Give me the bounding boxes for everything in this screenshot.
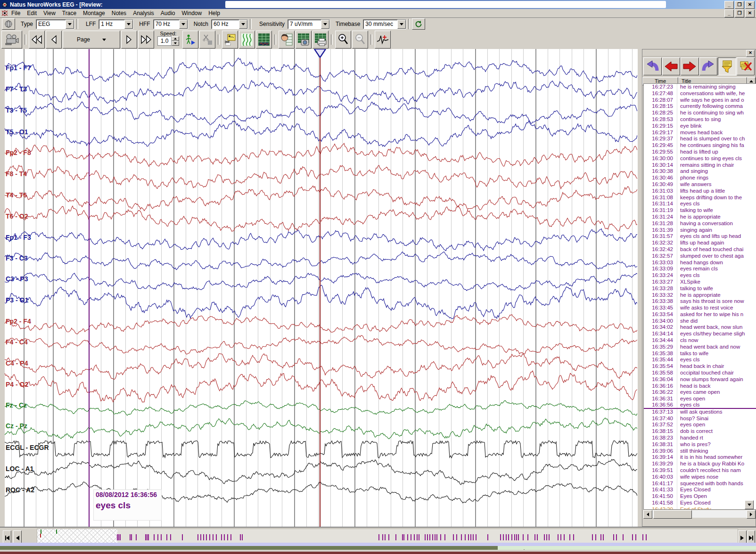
channel-label-T5-O1[interactable]: T5 - O1 <box>6 128 28 136</box>
event-row[interactable]: 16:33:54asked for her to wipe his n <box>644 311 756 318</box>
event-row[interactable]: 16:31:08keeps drifting down to the <box>644 195 756 201</box>
refresh-button[interactable] <box>412 18 425 30</box>
menu-help[interactable]: Help <box>205 9 223 17</box>
panel-grip[interactable]: ✕ <box>642 49 756 57</box>
channel-label-P3-O1[interactable]: P3 - O1 <box>6 296 28 304</box>
filter-events-button[interactable] <box>718 57 736 75</box>
event-row[interactable]: 16:39:06still thinking <box>644 448 756 455</box>
montage-button[interactable] <box>256 31 272 49</box>
menu-audio[interactable]: Audio <box>157 9 179 17</box>
event-row[interactable]: 16:28:07wife says he goes in and o <box>644 97 756 104</box>
speed-input[interactable]: 1.0 <box>157 36 172 46</box>
channel-label-T4-T6[interactable]: T4 - T6 <box>6 191 27 199</box>
traces-view-button[interactable] <box>239 31 255 49</box>
event-row[interactable]: 16:31:03lifts head up a little <box>644 188 756 195</box>
chevron-down-icon[interactable] <box>239 20 247 29</box>
event-row[interactable]: 16:33:28talking to wife <box>644 285 756 292</box>
channel-label-ROC-A2[interactable]: ROC - A2 <box>6 486 34 494</box>
event-row[interactable]: 16:35:29head went back and now <box>644 344 756 350</box>
event-row[interactable]: 16:35:54head back in chair <box>644 363 756 370</box>
goto-next-selected-button[interactable] <box>699 57 718 75</box>
chevron-down-icon[interactable] <box>124 20 133 29</box>
menu-view[interactable]: View <box>40 9 59 17</box>
event-row[interactable]: 16:36:31eyes open <box>644 396 756 402</box>
event-row[interactable]: 16:37:40hosp? Sinai <box>644 416 756 422</box>
channel-label-F7-T3[interactable]: F7 - T3 <box>6 85 27 93</box>
event-row[interactable]: 16:31:19talking to wife <box>644 207 756 214</box>
event-row[interactable]: 16:33:32he is appropriate <box>644 292 756 299</box>
timebase-combobox[interactable]: 30 mm/sec <box>363 19 406 29</box>
event-row[interactable]: 16:33:38says his throat is sore now <box>644 298 756 305</box>
event-row[interactable]: 16:39:51couldn't recollect his nam <box>644 467 756 474</box>
delete-events-button[interactable] <box>737 57 755 75</box>
event-row[interactable]: 16:33:24eyes cls <box>644 272 756 279</box>
video-button[interactable] <box>1 31 22 49</box>
snapshot-button[interactable] <box>296 31 312 49</box>
channel-label-Fz-Cz[interactable]: Fz - Cz <box>6 401 27 409</box>
channel-label-T3-T5[interactable]: T3 - T5 <box>6 106 27 114</box>
sync-clock-button[interactable] <box>2 18 15 30</box>
patient-info-button[interactable] <box>279 31 295 49</box>
event-row[interactable]: 16:27:23he is remaining singing <box>644 84 756 90</box>
event-row[interactable]: 16:28:25he is continuing to sing wh <box>644 110 756 116</box>
channel-label-Fp2-F8[interactable]: Fp2 - F8 <box>6 149 31 156</box>
event-row[interactable]: 16:35:38talks to wife <box>644 350 756 357</box>
chevron-down-icon[interactable] <box>179 20 188 29</box>
page-mode-combobox[interactable]: Page <box>63 31 120 49</box>
event-row[interactable]: 16:38:15dob is correct <box>644 428 756 435</box>
hff-combobox[interactable]: 70 Hz <box>153 19 188 29</box>
child-close-button[interactable]: ✕ <box>745 9 755 17</box>
event-row[interactable]: 16:31:39singing again <box>644 227 756 234</box>
event-row[interactable]: 16:39:14it is in his head somewher <box>644 454 756 461</box>
event-row[interactable]: 16:37:13will ask questions <box>644 409 756 416</box>
play-button[interactable] <box>182 31 198 49</box>
menu-window[interactable]: Window <box>179 9 205 17</box>
hscroll-thumb[interactable] <box>653 510 692 519</box>
channel-label-Fp1-F7[interactable]: Fp1 - F7 <box>6 64 31 72</box>
stop-button[interactable] <box>199 31 215 49</box>
scroll-right-button[interactable] <box>747 510 756 519</box>
event-row[interactable]: 16:30:46phone rings <box>644 175 756 181</box>
event-row[interactable]: 16:29:37head is slumped over to ch <box>644 136 756 142</box>
step-forward-button[interactable] <box>121 31 137 49</box>
goto-prev-selected-button[interactable] <box>643 57 662 75</box>
event-row[interactable]: 16:34:44cls now <box>644 337 756 344</box>
notch-combobox[interactable]: 60 Hz <box>211 19 248 29</box>
event-row[interactable]: 16:28:15currently following comma <box>644 103 756 110</box>
speed-up-button[interactable] <box>172 36 179 41</box>
event-row[interactable]: 16:31:28having a conversation <box>644 220 756 227</box>
event-row[interactable]: 16:38:23handed rt <box>644 435 756 441</box>
step-back-button[interactable] <box>46 31 62 49</box>
event-row[interactable]: 16:36:16head is back <box>644 383 756 390</box>
event-list-hscrollbar[interactable] <box>643 510 756 518</box>
event-row[interactable]: 16:34:14eyes cls/they became sligh <box>644 331 756 337</box>
prev-event-button[interactable] <box>662 57 681 75</box>
channel-label-Fp1-F3[interactable]: Fp1 - F3 <box>6 234 31 241</box>
cursor-triangle-icon[interactable] <box>314 49 326 58</box>
event-row[interactable]: 16:38:31who is pres? <box>644 441 756 448</box>
chevron-down-icon[interactable] <box>397 20 406 29</box>
event-row[interactable]: 16:33:03head hangs down <box>644 260 756 266</box>
event-row[interactable]: 16:33:09eyes remain cls <box>644 266 756 272</box>
event-row[interactable]: 16:33:45wife asks to rest voice <box>644 305 756 311</box>
next-event-button[interactable] <box>681 57 699 75</box>
speed-down-button[interactable] <box>172 41 179 46</box>
channel-label-F8-T4[interactable]: F8 - T4 <box>6 170 27 178</box>
event-row[interactable]: 16:29:17moves head back <box>644 130 756 136</box>
sensitivity-combobox[interactable]: 7 uV/mm <box>288 19 330 29</box>
menu-montage[interactable]: Montage <box>80 9 108 17</box>
event-row[interactable]: 16:32:42back of head touched chai <box>644 246 756 253</box>
scroll-left-button[interactable] <box>643 510 652 519</box>
close-button[interactable]: ✕ <box>745 1 755 9</box>
event-row[interactable]: 16:41:50Eyes Open <box>644 493 756 500</box>
event-row[interactable]: 16:36:56eyes cls <box>644 402 756 409</box>
menu-file[interactable]: File <box>8 9 24 17</box>
event-row[interactable]: 16:41:58Eyes Closed <box>644 500 756 506</box>
event-row[interactable]: 16:42:20End of Study <box>644 506 756 510</box>
rewind-button[interactable] <box>29 31 45 49</box>
event-row[interactable]: 16:35:58occipital touched chair <box>644 370 756 376</box>
panel-close-button[interactable]: ✕ <box>746 50 755 57</box>
menu-trace[interactable]: Trace <box>59 9 80 17</box>
event-row[interactable]: 16:32:57slumped over to chest aga <box>644 253 756 260</box>
channel-label-C3-P3[interactable]: C3 - P3 <box>6 275 28 283</box>
